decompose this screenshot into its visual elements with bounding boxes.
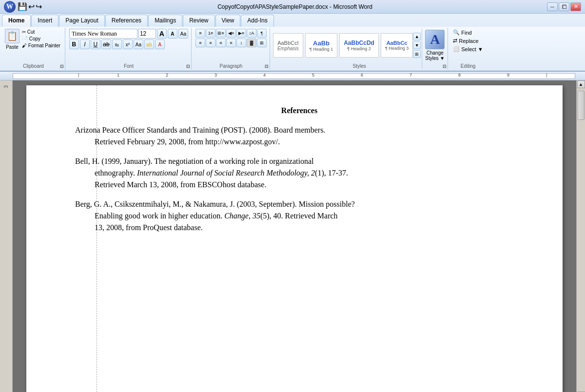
ref-entry-1: Arizona Peace Officer Standards and Trai… [75,124,524,148]
font-color-button[interactable]: A [155,39,165,49]
document-page[interactable]: References Arizona Peace Officer Standar… [26,85,563,392]
tab-view[interactable]: View [215,15,241,27]
entry3-cont2: 13, 2008, from ProQuest database. [75,222,524,234]
borders-button[interactable]: ⊞ [257,39,267,47]
window-title: CopyofCopyofAPAStyleSamplePaper.docx - M… [43,3,547,10]
references-heading: References [75,105,524,117]
entry3-line1: Berg, G. A., Csikszentmihalyi, M., & Nak… [75,198,524,210]
replace-button[interactable]: ⇄ Replace [452,37,484,44]
font-name-input[interactable] [69,29,137,39]
format-painter-button[interactable]: 🖌 Format Painter [20,42,62,49]
styles-scroll-up[interactable]: ▲ [413,33,421,40]
show-hide-button[interactable]: ¶ [257,29,267,38]
sort-button[interactable]: ↕A [247,29,256,38]
paste-icon: 📋 [5,29,20,43]
restore-button[interactable]: ⧠ [559,2,569,11]
style-h1-btn[interactable]: AaBb ¶ Heading 1 [305,33,337,58]
para-controls: ≡ 1≡ ⊞≡ ◀≡ ▶≡ ↕A ¶ ≡ ≡ ≡ ≡ ↕ ▓ [195,29,267,47]
entry2-line2: ethnography. International Journal of So… [75,167,524,179]
tab-add-ins[interactable]: Add-Ins [241,15,273,27]
italic-button[interactable]: I [80,39,90,49]
minimize-button[interactable]: ─ [547,2,558,11]
ruler-mark-4: 4 [263,73,266,78]
font-group: A A Aa B I U ab x₂ x² Aa ab A [66,28,192,70]
multilevel-button[interactable]: ⊞≡ [216,29,226,38]
replace-label: Replace [459,38,478,44]
paragraph-expand[interactable]: ⊡ [265,64,269,69]
font-label: Font [66,63,191,69]
entry3-cont1: Enabling good work in higher education. … [75,210,524,222]
select-label: Select ▼ [461,46,483,52]
tab-mailings[interactable]: Mailings [148,15,182,27]
font-controls: A A Aa B I U ab x₂ x² Aa ab A [69,29,188,49]
font-size-input[interactable] [138,29,156,39]
style-h2-btn[interactable]: AaBbCcDd ¶ Heading 2 [339,33,379,58]
tab-insert[interactable]: Insert [31,15,58,27]
ref-entry-2: Bell, H. (1999, January). The negotiatio… [75,156,524,191]
subscript-button[interactable]: x₂ [112,39,122,49]
replace-icon: ⇄ [453,38,457,44]
ribbon: Home Insert Page Layout References Maili… [0,14,585,72]
justify-button[interactable]: ≡ [226,39,236,47]
styles-scroll-area: ▲ ▼ ⊞ [413,33,421,65]
clipboard-expand[interactable]: ⊡ [60,64,64,69]
ruler-mark-6: 6 [361,73,363,78]
cut-button[interactable]: ✂ Cut [20,29,62,35]
select-button[interactable]: ⬜ Select ▼ [452,45,484,53]
undo-icon[interactable]: ↩ [28,2,35,11]
numbering-button[interactable]: 1≡ [206,29,215,38]
align-center-button[interactable]: ≡ [206,39,215,47]
highlight-button[interactable]: ab [144,39,154,49]
ruler-mark-1: 1 [117,73,119,78]
ref-entry-3: Berg, G. A., Csikszentmihalyi, M., & Nak… [75,198,524,234]
tab-review[interactable]: Review [183,15,214,27]
h1-label: ¶ Heading 1 [310,47,333,52]
scroll-area[interactable]: References Arizona Peace Officer Standar… [13,80,576,392]
styles-label: Styles [271,63,448,69]
clear-format-button[interactable]: Aa [178,29,188,39]
entry1-line1: Arizona Peace Officer Standards and Trai… [75,124,524,136]
increase-indent-button[interactable]: ▶≡ [236,29,246,38]
scroll-up-button[interactable]: ▲ [577,80,585,88]
decrease-indent-button[interactable]: ◀≡ [226,29,236,38]
vertical-scrollbar[interactable]: ▲ ▼ [576,80,585,392]
bullets-button[interactable]: ≡ [195,29,205,38]
style-h3-btn[interactable]: AaBbCc ¶ Heading 3 [381,33,413,58]
font-expand[interactable]: ⊡ [186,64,190,69]
app-icon: W [4,1,16,13]
heading-text: References [281,106,317,115]
scroll-track[interactable] [577,88,585,392]
tab-home[interactable]: Home [2,15,31,27]
styles-expand[interactable]: ⊡ [443,64,447,69]
change-styles-button[interactable]: A ChangeStyles ▼ [424,29,446,62]
shrink-font-button[interactable]: A [168,29,177,39]
strikethrough-button[interactable]: ab [101,39,111,49]
close-button[interactable]: ✕ [570,2,581,11]
superscript-button[interactable]: x² [123,39,133,49]
grow-font-button[interactable]: A [157,29,167,39]
entry1-cont: Retrieved February 29, 2008, from http:/… [75,136,524,148]
tab-references[interactable]: References [105,15,148,27]
find-button[interactable]: 🔍 Find [452,29,484,36]
align-left-button[interactable]: ≡ [195,39,205,47]
paste-label: Paste [6,44,19,50]
copy-button[interactable]: 📄 Copy [20,36,62,42]
quick-save-icon[interactable]: 💾 [18,2,27,11]
ribbon-tabs: Home Insert Page Layout References Maili… [0,14,585,27]
underline-button[interactable]: U [91,39,100,49]
scroll-thumb[interactable] [578,91,585,120]
tab-page-layout[interactable]: Page Layout [59,15,104,27]
ruler-mark-7: 7 [410,73,412,78]
bold-button[interactable]: B [69,39,79,49]
style-emphasis-btn[interactable]: AaBbCcI Emphasis [273,33,303,58]
styles-scroll-down[interactable]: ▼ [413,41,421,49]
line-spacing-button[interactable]: ↕ [236,39,246,47]
binoculars-icon: 🔍 [453,29,460,36]
redo-icon[interactable]: ↪ [36,2,42,11]
clipboard-label: Clipboard [2,63,65,69]
change-case-button[interactable]: Aa [134,39,143,49]
styles-more[interactable]: ⊞ [413,50,421,58]
align-right-button[interactable]: ≡ [216,39,226,47]
entry3-line3: 13, 2008, from ProQuest database. [75,222,524,234]
shading-button[interactable]: ▓ [247,39,256,47]
